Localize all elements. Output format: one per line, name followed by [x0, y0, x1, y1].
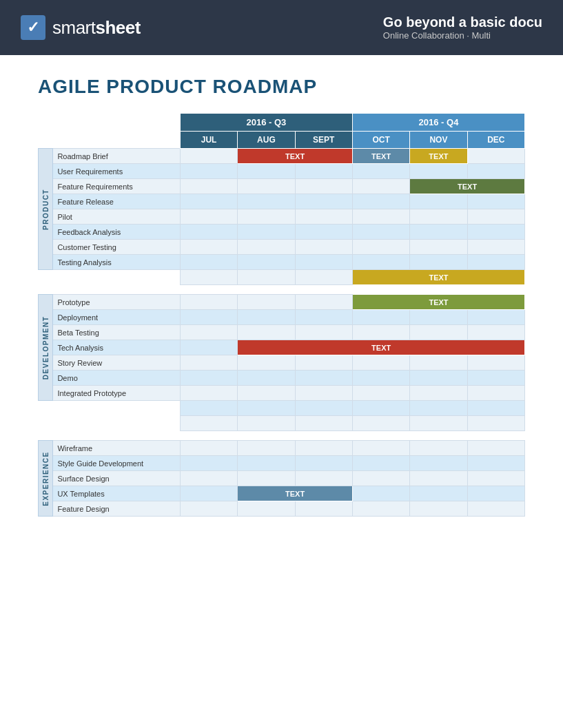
product-roadmap-brief-row: PRODUCT Roadmap Brief TEXT TEXT TEXT: [39, 149, 525, 164]
feedback-aug: [238, 225, 295, 240]
surface-design-jul: [180, 471, 237, 486]
testing-analysis-dec: [467, 255, 524, 270]
user-req-nov: [410, 164, 467, 179]
surface-design-dec: [467, 471, 524, 486]
feedback-nov: [410, 225, 467, 240]
feature-release-jul: [180, 194, 237, 209]
testing-analysis-aug: [238, 255, 295, 270]
wireframe-dec: [467, 441, 524, 456]
ux-templates-nov: [410, 486, 467, 501]
story-review-sept: [295, 355, 352, 371]
quarter-q4: 2016 - Q4: [352, 114, 524, 132]
story-review-nov: [410, 355, 467, 371]
integrated-prototype-jul: [180, 386, 237, 401]
month-nov: NOV: [410, 132, 467, 149]
beta-testing-nov: [410, 325, 467, 340]
dev-extra2-nov: [410, 416, 467, 431]
feature-release-oct: [352, 194, 409, 209]
product-footer-bar-row: TEXT: [39, 270, 525, 285]
beta-testing-aug: [238, 325, 295, 340]
feature-design-jul: [180, 501, 237, 517]
user-req-aug: [238, 164, 295, 179]
ux-templates-oct: [352, 486, 409, 501]
dev-integrated-prototype-row: Integrated Prototype: [39, 386, 525, 401]
task-ux-templates: UX Templates: [53, 486, 181, 501]
task-customer-testing: Customer Testing: [53, 240, 181, 255]
user-req-dec: [467, 164, 524, 179]
dev-extra1-oct: [352, 401, 409, 416]
style-guide-dec: [467, 456, 524, 471]
feature-req-oct: [352, 179, 409, 194]
integrated-prototype-dec: [467, 386, 524, 401]
dev-demo-row: Demo: [39, 371, 525, 386]
story-review-aug: [238, 355, 295, 371]
customer-testing-aug: [238, 240, 295, 255]
demo-oct: [352, 371, 409, 386]
deployment-aug: [238, 310, 295, 325]
tech-analysis-jul: [180, 340, 237, 355]
task-wireframe: Wireframe: [53, 441, 181, 456]
pilot-sept: [295, 209, 352, 225]
task-prototype: Prototype: [53, 295, 181, 310]
prototype-sept: [295, 295, 352, 310]
wireframe-oct: [352, 441, 409, 456]
feature-design-dec: [467, 501, 524, 517]
surface-design-sept: [295, 471, 352, 486]
exp-surface-design-row: Surface Design: [39, 471, 525, 486]
dev-extra2-oct: [352, 416, 409, 431]
feedback-oct: [352, 225, 409, 240]
feature-req-jul: [180, 179, 237, 194]
experience-section-label-cell: EXPERIENCE: [39, 441, 53, 517]
month-sept: SEPT: [295, 132, 352, 149]
demo-jul: [180, 371, 237, 386]
pilot-jul: [180, 209, 237, 225]
dev-deployment-row: Deployment: [39, 310, 525, 325]
logo-smart: smart: [52, 17, 96, 38]
deployment-sept: [295, 310, 352, 325]
product-feedback-row: Feedback Analysis: [39, 225, 525, 240]
tagline-sub: Online Collaboration · Multi: [383, 30, 542, 41]
user-req-jul: [180, 164, 237, 179]
product-section-label: PRODUCT: [42, 189, 50, 230]
wireframe-nov: [410, 441, 467, 456]
surface-design-nov: [410, 471, 467, 486]
month-aug: AUG: [238, 132, 295, 149]
product-footer-jul: [180, 270, 237, 285]
customer-testing-nov: [410, 240, 467, 255]
feedback-jul: [180, 225, 237, 240]
logo-area: ✓ smartsheet: [21, 15, 141, 40]
style-guide-sept: [295, 456, 352, 471]
roadmap-brief-nov-bar: TEXT: [410, 149, 467, 164]
spacer-2: [39, 431, 525, 441]
integrated-prototype-oct: [352, 386, 409, 401]
surface-design-oct: [352, 471, 409, 486]
deployment-dec: [467, 310, 524, 325]
month-label-empty: [39, 132, 181, 149]
deployment-oct: [352, 310, 409, 325]
smartsheet-wordmark: smartsheet: [52, 17, 141, 39]
deployment-jul: [180, 310, 237, 325]
tech-analysis-bar: TEXT: [238, 340, 525, 355]
feature-req-aug: [238, 179, 295, 194]
prototype-oct-dec-bar: TEXT: [352, 295, 524, 310]
testing-analysis-jul: [180, 255, 237, 270]
tagline-headline: Go beyond a basic docu: [383, 14, 542, 30]
testing-analysis-oct: [352, 255, 409, 270]
integrated-prototype-aug: [238, 386, 295, 401]
logo-sheet: sheet: [96, 17, 141, 38]
roadmap-brief-aug-sept-bar: TEXT: [238, 149, 353, 164]
dev-beta-testing-row: Beta Testing: [39, 325, 525, 340]
feature-design-aug: [238, 501, 295, 517]
product-user-req-row: User Requirements: [39, 164, 525, 179]
feature-release-nov: [410, 194, 467, 209]
quarter-label-empty: [39, 114, 181, 132]
wireframe-sept: [295, 441, 352, 456]
beta-testing-jul: [180, 325, 237, 340]
dev-extra-row1: [39, 401, 525, 416]
month-oct: OCT: [352, 132, 409, 149]
product-footer-empty: [39, 270, 181, 285]
task-feature-req: Feature Requirements: [53, 179, 181, 194]
demo-aug: [238, 371, 295, 386]
feature-req-nov-dec-bar: TEXT: [410, 179, 525, 194]
story-review-dec: [467, 355, 524, 371]
